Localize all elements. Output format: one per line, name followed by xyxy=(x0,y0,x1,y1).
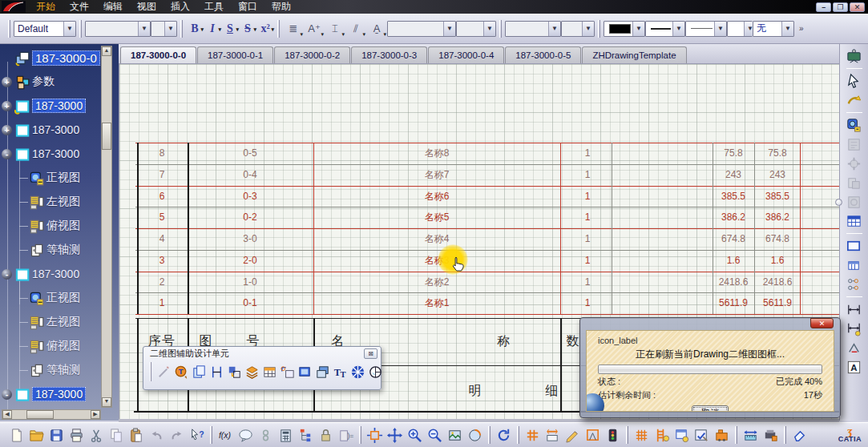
floating-toolbar-titlebar[interactable]: 二维图辅助设计单元 ⊠ xyxy=(143,347,381,360)
sketch-tool-icon[interactable] xyxy=(564,426,582,444)
toolbar-grip[interactable] xyxy=(180,20,183,38)
toolbar-grip[interactable] xyxy=(277,20,280,38)
format-button-bold[interactable]: B▾ xyxy=(186,20,204,38)
table-insert-icon[interactable] xyxy=(260,363,278,381)
zoom-out-icon[interactable] xyxy=(426,426,444,444)
tree-node-正视图-10[interactable]: 正视图 xyxy=(0,286,101,310)
machine-tool-icon[interactable] xyxy=(713,426,731,444)
save-icon[interactable] xyxy=(48,426,66,444)
table-small-icon[interactable] xyxy=(846,256,863,274)
balloon-T-icon[interactable]: T xyxy=(172,363,190,381)
dialog-titlebar[interactable]: ✕ xyxy=(580,318,840,330)
point-style-combo[interactable]: ▼ xyxy=(727,21,753,37)
tree-vscrollbar[interactable]: ▲ ▼ xyxy=(101,46,112,408)
rotate-view-icon[interactable] xyxy=(466,426,484,444)
tree-node-正视图-5[interactable]: 正视图 xyxy=(0,166,101,190)
fx-knowledge-icon[interactable]: f(x) xyxy=(217,426,235,444)
dim-tool-icon[interactable] xyxy=(544,426,562,444)
dims-pair-icon[interactable] xyxy=(846,276,863,293)
sheet-tab-187-3000-0-3[interactable]: 187-3000-0-3 xyxy=(351,46,427,63)
format-button-superscript[interactable]: x²▾ xyxy=(256,20,274,38)
scroll-up-icon[interactable]: ▲ xyxy=(102,46,111,56)
pencil-check-icon[interactable] xyxy=(693,426,711,444)
workbench-board-icon[interactable] xyxy=(846,47,863,65)
none-combo[interactable]: 无 ▼ xyxy=(753,21,794,37)
tree-hscrollbar[interactable]: ◀ ▶ xyxy=(2,409,101,420)
cascade-windows-icon[interactable] xyxy=(313,363,331,381)
replace-cube-icon[interactable] xyxy=(225,363,243,381)
comment-bubble-icon[interactable] xyxy=(237,426,255,444)
tree-node-左视图-6[interactable]: 左视图 xyxy=(0,190,101,214)
sheet-tab-187-3000-0-5[interactable]: 187-3000-0-5 xyxy=(505,46,581,63)
lock-icon[interactable] xyxy=(317,426,335,444)
frame-combo[interactable]: ▼ xyxy=(505,21,561,37)
sheet-tab-187-3000-0-0[interactable]: 187-3000-0-0 xyxy=(120,46,196,63)
toolbar-grip[interactable] xyxy=(150,362,151,381)
stack-pages-icon[interactable] xyxy=(190,363,208,381)
fit-all-icon[interactable] xyxy=(366,426,384,444)
wand-gray-icon[interactable] xyxy=(155,363,172,381)
print-tool-icon[interactable] xyxy=(762,426,780,444)
toolbar-overflow-icon[interactable]: » xyxy=(799,24,804,33)
menu-item-6[interactable]: 窗口 xyxy=(231,0,264,14)
table-blue-icon[interactable] xyxy=(846,212,863,230)
structure-tree-icon[interactable] xyxy=(297,426,315,444)
scroll-right-icon[interactable]: ▶ xyxy=(91,410,100,419)
thickness-combo[interactable]: ▼ xyxy=(561,21,595,37)
toolbar-grip[interactable] xyxy=(79,20,82,38)
dim-length2-icon[interactable] xyxy=(846,320,863,337)
line-weight-combo[interactable]: ▼ xyxy=(685,21,727,37)
format-button-italic[interactable]: I▾ xyxy=(204,20,221,38)
cancel-button[interactable]: 取消 xyxy=(692,405,729,412)
refresh-swirl-icon[interactable] xyxy=(495,426,513,444)
menu-item-7[interactable]: 帮助 xyxy=(264,0,298,14)
collapse-icon[interactable]: - xyxy=(2,389,12,400)
tree-node-等轴测-8[interactable]: 等轴测 xyxy=(0,238,101,262)
collapse-icon[interactable]: - xyxy=(2,149,12,159)
rule-book-icon[interactable]: )= xyxy=(337,426,355,444)
grid-orange2-icon[interactable] xyxy=(633,426,651,444)
tree-vscroll-thumb[interactable] xyxy=(102,123,111,150)
font-family-combo[interactable]: ▼ xyxy=(85,21,151,37)
gray-clip-icon[interactable] xyxy=(846,193,863,211)
open-folder-icon[interactable] xyxy=(28,426,46,444)
anchor-A-button[interactable]: A̱▾ xyxy=(366,20,387,38)
new-file-icon[interactable] xyxy=(8,426,26,444)
expand-icon[interactable]: + xyxy=(2,125,12,135)
menu-item-3[interactable]: 视图 xyxy=(130,0,164,14)
layer-stack-icon[interactable] xyxy=(243,363,260,381)
minimize-button[interactable]: － xyxy=(816,2,831,12)
menu-item-4[interactable]: 插入 xyxy=(164,0,197,14)
grid-orange-icon[interactable] xyxy=(524,426,542,444)
tree-node-等轴测-13[interactable]: 等轴测 xyxy=(0,358,101,382)
dialog-close-icon[interactable]: ✕ xyxy=(810,318,834,328)
sheet-tab-187-3000-0-1[interactable]: 187-3000-0-1 xyxy=(197,46,273,63)
toolbar-collapse-handle[interactable] xyxy=(835,199,842,206)
eraser-icon[interactable] xyxy=(791,426,809,444)
restore-button[interactable]: ❐ xyxy=(833,2,848,12)
tree-node-187-3000-3[interactable]: +187-3000 xyxy=(0,118,101,142)
dress-up-combo[interactable]: ▼ xyxy=(387,21,456,37)
tree-node-187-3000-9[interactable]: -187-3000 xyxy=(0,262,101,286)
h-dim-icon[interactable] xyxy=(208,363,225,381)
dim-length-icon[interactable] xyxy=(846,300,863,318)
gray-detail-icon[interactable] xyxy=(846,174,863,191)
font-size-combo[interactable]: ▼ xyxy=(151,21,177,37)
menu-item-1[interactable]: 文件 xyxy=(63,0,96,14)
collapse-icon[interactable]: - xyxy=(2,269,12,280)
menu-item-2[interactable]: 编辑 xyxy=(96,0,130,14)
swoosh-arrow-icon[interactable] xyxy=(846,91,863,109)
expand-icon[interactable]: + xyxy=(2,77,12,87)
paste-icon[interactable] xyxy=(128,426,146,444)
square-frame-icon[interactable] xyxy=(846,237,863,255)
select-cursor-icon[interactable] xyxy=(846,72,863,90)
tree-node-左视图-11[interactable]: 左视图 xyxy=(0,310,101,334)
text-style-combo[interactable]: Default ▼ xyxy=(14,21,76,37)
help-cursor-icon[interactable]: ? xyxy=(188,426,206,444)
frame-A-button[interactable]: ⌶▾ xyxy=(325,20,345,38)
view-creation-icon[interactable] xyxy=(846,116,863,134)
gray-wizard-icon[interactable] xyxy=(846,135,863,153)
tree-node-俯视图-12[interactable]: 俯视图 xyxy=(0,334,101,358)
tree-node-187-3000-0-0[interactable]: 187-3000-0 xyxy=(0,46,101,70)
traffic-light-icon[interactable] xyxy=(604,426,622,444)
